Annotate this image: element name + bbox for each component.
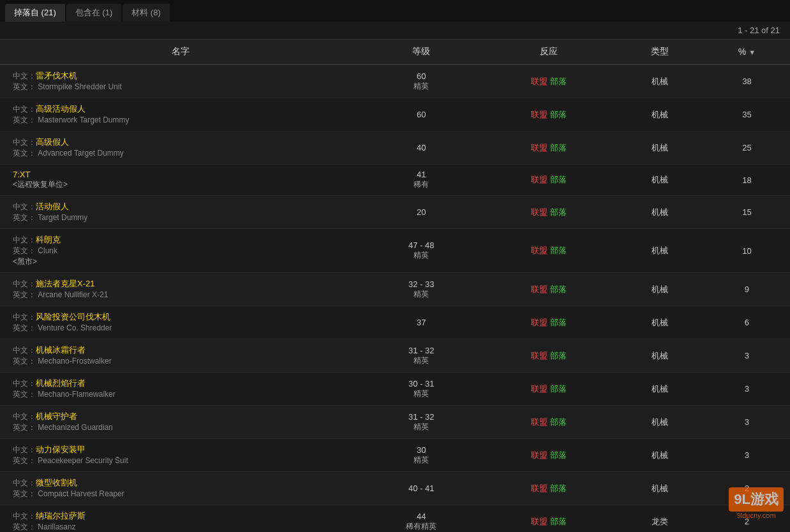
col-header-reaction: 反应 [482,40,616,64]
reaction-cell: 联盟部落 [482,339,616,373]
percent-cell: 3 [704,439,790,472]
reaction-cell: 联盟部落 [482,229,616,273]
table-row[interactable]: 中文：风险投资公司伐木机英文： Venture Co. Shredder37联盟… [0,306,790,339]
reaction-cell: 联盟部落 [482,439,616,472]
percent-cell: 3 [704,339,790,373]
level-cell: 30精英 [361,439,482,472]
watermark-url: 9lducny.com [729,512,784,519]
reaction-cell: 联盟部落 [482,406,616,439]
percent-cell: 15 [704,196,790,229]
type-cell: 机械 [616,273,704,306]
table-row[interactable]: 中文：科朗克英文： Clunk<黑市>47 - 48精英联盟部落机械10 [0,229,790,273]
name-cell: 中文：活动假人英文： Target Dummy [0,196,361,229]
level-cell: 40 - 41 [361,472,482,505]
table-row[interactable]: 中文：微型收割机英文： Compact Harvest Reaper40 - 4… [0,472,790,505]
type-cell: 机械 [616,165,704,196]
name-cell: 中文：机械冰霜行者英文： Mechano-Frostwalker [0,339,361,373]
level-cell: 60精英 [361,64,482,98]
name-cell: 中文：高级活动假人英文： Masterwork Target Dummy [0,98,361,131]
table-row[interactable]: 中文：动力保安装甲英文： Peacekeeper Security Suit30… [0,439,790,472]
type-cell: 机械 [616,406,704,439]
col-header-name: 名字 [0,40,361,64]
reaction-cell: 联盟部落 [482,131,616,165]
table-row[interactable]: 中文：高级活动假人英文： Masterwork Target Dummy60联盟… [0,98,790,131]
level-cell: 32 - 33精英 [361,273,482,306]
data-table: 名字 等级 反应 类型 % ▼ 中文：雷矛伐木机英文： Stormpike Sh… [0,40,790,532]
level-cell: 31 - 32精英 [361,339,482,373]
percent-cell: 10 [704,229,790,273]
col-header-percent[interactable]: % ▼ [704,40,790,64]
name-cell: 中文：动力保安装甲英文： Peacekeeper Security Suit [0,439,361,472]
level-cell: 44稀有精英 [361,505,482,533]
reaction-cell: 联盟部落 [482,472,616,505]
table-row[interactable]: 中文：机械冰霜行者英文： Mechano-Frostwalker31 - 32精… [0,339,790,373]
level-cell: 30 - 31精英 [361,373,482,406]
table-row[interactable]: 中文：施法者克星X-21英文： Arcane Nullifier X-2132 … [0,273,790,306]
percent-cell: 9 [704,273,790,306]
reaction-cell: 联盟部落 [482,306,616,339]
col-header-level: 等级 [361,40,482,64]
level-cell: 40 [361,131,482,165]
name-cell: 中文：施法者克星X-21英文： Arcane Nullifier X-21 [0,273,361,306]
percent-cell: 3 [704,373,790,406]
tab-contained-in[interactable]: 包含在 (1) [66,4,122,22]
type-cell: 机械 [616,64,704,98]
type-cell: 机械 [616,306,704,339]
type-cell: 机械 [616,98,704,131]
name-cell: 中文：科朗克英文： Clunk<黑市> [0,229,361,273]
watermark: 9L游戏 9lducny.com [729,487,784,519]
reaction-cell: 联盟部落 [482,98,616,131]
table-row[interactable]: 中文：雷矛伐木机英文： Stormpike Shredder Unit60精英联… [0,64,790,98]
reaction-cell: 联盟部落 [482,165,616,196]
level-cell: 41稀有 [361,165,482,196]
level-cell: 31 - 32精英 [361,406,482,439]
table-row[interactable]: 7:XT<远程恢复单位>41稀有联盟部落机械18 [0,165,790,196]
type-cell: 机械 [616,472,704,505]
table-row[interactable]: 中文：活动假人英文： Target Dummy20联盟部落机械15 [0,196,790,229]
percent-cell: 25 [704,131,790,165]
table-row[interactable]: 中文：机械守护者英文： Mechanized Guardian31 - 32精英… [0,406,790,439]
sort-icon: ▼ [749,48,756,56]
name-cell: 中文：机械守护者英文： Mechanized Guardian [0,406,361,439]
table-row[interactable]: 中文：机械烈焰行者英文： Mechano-Flamewalker30 - 31精… [0,373,790,406]
tabs-bar: 掉落自 (21) 包含在 (1) 材料 (8) [0,0,790,22]
tab-materials[interactable]: 材料 (8) [123,4,170,22]
name-cell: 中文：机械烈焰行者英文： Mechano-Flamewalker [0,373,361,406]
type-cell: 机械 [616,373,704,406]
reaction-cell: 联盟部落 [482,64,616,98]
level-cell: 20 [361,196,482,229]
percent-cell: 6 [704,306,790,339]
reaction-cell: 联盟部落 [482,373,616,406]
percent-cell: 18 [704,165,790,196]
name-cell: 7:XT<远程恢复单位> [0,165,361,196]
name-cell: 中文：高级假人英文： Advanced Target Dummy [0,131,361,165]
level-cell: 47 - 48精英 [361,229,482,273]
reaction-cell: 联盟部落 [482,273,616,306]
type-cell: 龙类 [616,505,704,533]
percent-cell: 3 [704,406,790,439]
type-cell: 机械 [616,131,704,165]
type-cell: 机械 [616,229,704,273]
name-cell: 中文：纳瑞尔拉萨斯英文： Narillasanz [0,505,361,533]
reaction-cell: 联盟部落 [482,505,616,533]
name-cell: 中文：微型收割机英文： Compact Harvest Reaper [0,472,361,505]
pagination-text: 1 - 21 of 21 [738,26,780,35]
pagination-bar: 1 - 21 of 21 [0,22,790,40]
watermark-logo: 9L游戏 [729,487,784,512]
level-cell: 60 [361,98,482,131]
name-cell: 中文：雷矛伐木机英文： Stormpike Shredder Unit [0,64,361,98]
level-cell: 37 [361,306,482,339]
col-header-type: 类型 [616,40,704,64]
table-row[interactable]: 中文：高级假人英文： Advanced Target Dummy40联盟部落机械… [0,131,790,165]
table-header-row: 名字 等级 反应 类型 % ▼ [0,40,790,64]
type-cell: 机械 [616,339,704,373]
type-cell: 机械 [616,196,704,229]
reaction-cell: 联盟部落 [482,196,616,229]
type-cell: 机械 [616,439,704,472]
tab-drops-from[interactable]: 掉落自 (21) [5,4,65,22]
percent-cell: 38 [704,64,790,98]
name-cell: 中文：风险投资公司伐木机英文： Venture Co. Shredder [0,306,361,339]
percent-cell: 35 [704,98,790,131]
table-row[interactable]: 中文：纳瑞尔拉萨斯英文： Narillasanz44稀有精英联盟部落龙类2 [0,505,790,533]
